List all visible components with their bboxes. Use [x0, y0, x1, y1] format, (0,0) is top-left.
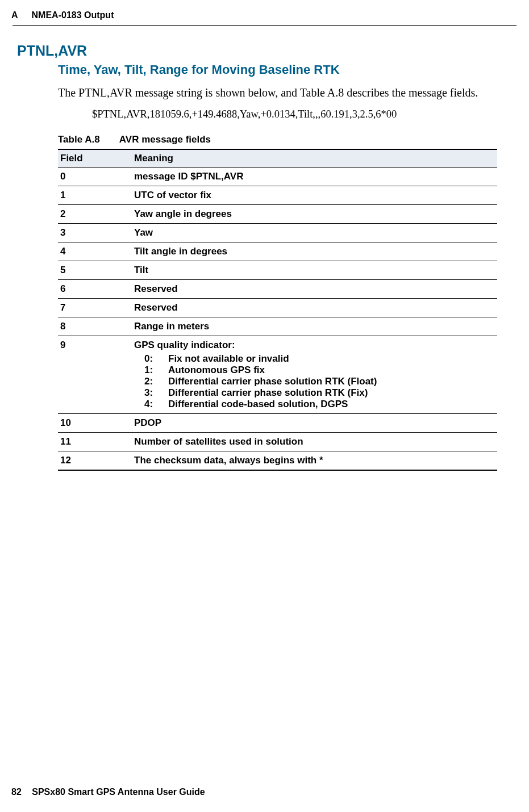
page-number: 82	[11, 787, 22, 797]
field-cell: 3	[58, 224, 132, 242]
meaning-cell: The checksum data, always begins with *	[132, 451, 497, 471]
meaning-cell: Yaw angle in degrees	[132, 205, 497, 224]
field-cell: 5	[58, 261, 132, 280]
meaning-cell: Tilt	[132, 261, 497, 280]
indicator-text: Differential carrier phase solution RTK …	[168, 387, 368, 399]
table-row: 8Range in meters	[58, 317, 497, 336]
indicator-number: 2:	[144, 376, 168, 387]
meaning-cell: UTC of vector fix	[132, 186, 497, 205]
meaning-cell: Tilt angle in degrees	[132, 242, 497, 261]
table-row: 11Number of satellites used in solution	[58, 433, 497, 451]
indicator-number: 0:	[144, 353, 168, 365]
meaning-cell: Yaw	[132, 224, 497, 242]
col-header-field: Field	[58, 149, 132, 168]
field-cell: 11	[58, 433, 132, 451]
guide-title: SPSx80 Smart GPS Antenna User Guide	[32, 787, 205, 797]
indicator-text: Differential code-based solution, DGPS	[168, 399, 348, 410]
meaning-cell: GPS quality indicator:0:Fix not availabl…	[132, 336, 497, 414]
meaning-cell: PDOP	[132, 414, 497, 433]
indicator-number: 1:	[144, 365, 168, 376]
col-header-meaning: Meaning	[132, 149, 497, 168]
message-fields-table: Field Meaning 0message ID $PTNL,AVR1UTC …	[58, 149, 497, 471]
table-row: 12The checksum data, always begins with …	[58, 451, 497, 471]
table-caption-label: Table A.8	[58, 134, 100, 145]
table-row: 1UTC of vector fix	[58, 186, 497, 205]
field-cell: 8	[58, 317, 132, 336]
table-row: 5Tilt	[58, 261, 497, 280]
meaning-cell: message ID $PTNL,AVR	[132, 168, 497, 186]
table-row: 4Tilt angle in degrees	[58, 242, 497, 261]
content-area: PTNL,AVR Time, Yaw, Tilt, Range for Movi…	[0, 26, 529, 471]
meaning-cell: Number of satellites used in solution	[132, 433, 497, 451]
section-title: PTNL,AVR	[17, 43, 497, 59]
indicator-text: Differential carrier phase solution RTK …	[168, 376, 377, 387]
field-cell: 9	[58, 336, 132, 414]
table-caption: Table A.8 AVR message fields	[58, 134, 497, 145]
indicator-number: 4:	[144, 399, 168, 410]
table-row: 7Reserved	[58, 299, 497, 317]
list-item: 1:Autonomous GPS fix	[144, 365, 491, 376]
section-subtitle: Time, Yaw, Tilt, Range for Moving Baseli…	[58, 62, 497, 77]
list-item: 4:Differential code-based solution, DGPS	[144, 399, 491, 410]
meaning-cell: Range in meters	[132, 317, 497, 336]
page-header: A NMEA-0183 Output	[0, 0, 529, 20]
field-cell: 0	[58, 168, 132, 186]
field-cell: 10	[58, 414, 132, 433]
table-row: 9GPS quality indicator:0:Fix not availab…	[58, 336, 497, 414]
meaning-cell: Reserved	[132, 280, 497, 299]
table-row: 3Yaw	[58, 224, 497, 242]
field-cell: 4	[58, 242, 132, 261]
indicator-text: Fix not available or invalid	[168, 353, 289, 365]
field-cell: 2	[58, 205, 132, 224]
indicator-text: Autonomous GPS fix	[168, 365, 265, 376]
field-cell: 1	[58, 186, 132, 205]
message-string: $PTNL,AVR,181059.6,+149.4688,Yaw,+0.0134…	[92, 108, 497, 120]
meaning-cell: Reserved	[132, 299, 497, 317]
indicator-number: 3:	[144, 387, 168, 399]
list-item: 2:Differential carrier phase solution RT…	[144, 376, 491, 387]
table-caption-title: AVR message fields	[119, 134, 211, 145]
field-cell: 7	[58, 299, 132, 317]
section-body: The PTNL,AVR message string is shown bel…	[58, 85, 497, 101]
list-item: 3:Differential carrier phase solution RT…	[144, 387, 491, 399]
indicator-list: 0:Fix not available or invalid1:Autonomo…	[134, 353, 491, 410]
header-title: NMEA-0183 Output	[32, 10, 114, 20]
field-cell: 6	[58, 280, 132, 299]
table-row: 10PDOP	[58, 414, 497, 433]
table-row: 6Reserved	[58, 280, 497, 299]
appendix-letter: A	[11, 10, 18, 20]
page-footer: 82 SPSx80 Smart GPS Antenna User Guide	[11, 787, 205, 797]
table-header-row: Field Meaning	[58, 149, 497, 168]
table-row: 0message ID $PTNL,AVR	[58, 168, 497, 186]
list-item: 0:Fix not available or invalid	[144, 353, 491, 365]
table-row: 2Yaw angle in degrees	[58, 205, 497, 224]
field-cell: 12	[58, 451, 132, 471]
